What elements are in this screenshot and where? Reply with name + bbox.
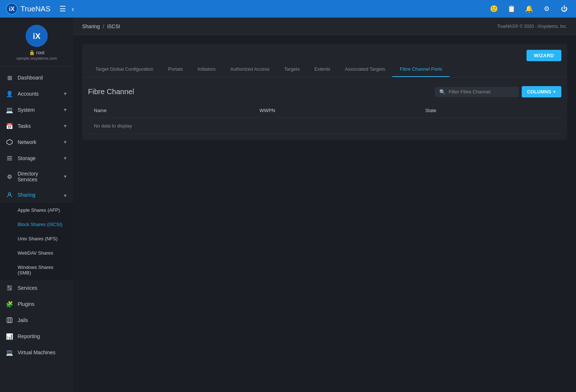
tab-label: Portals [168,66,183,72]
tab-label: Initiators [198,66,216,72]
sidebar-item-virtual-machines[interactable]: 💻 Virtual Machines [0,344,73,360]
topbar-actions: 🙂 📋 🔔 ⚙ ⏻ [488,3,570,15]
sidebar-item-label: Jails [18,317,67,323]
sidebar-item-storage[interactable]: Storage ▼ [0,150,73,166]
sidebar-item-directory-services[interactable]: ⚙ Directory Services ▼ [0,166,73,187]
settings-button[interactable]: ⚙ [541,3,553,15]
svg-rect-14 [7,318,12,323]
power-button[interactable]: ⏻ [558,3,570,15]
sidebar-item-sharing[interactable]: Sharing ▲ [0,187,73,203]
directory-services-icon: ⚙ [6,173,13,180]
feedback-icon: 🙂 [490,5,498,13]
menu-toggle-button[interactable]: ☰ [56,3,69,15]
reporting-icon: 📊 [6,333,13,340]
tab-label: Authorized Access [230,66,269,72]
tab-label: Targets [284,66,300,72]
sidebar-subitem-windows-shares[interactable]: Windows Shares (SMB) [0,260,73,280]
fibre-channel-table: Name WWPN State No data to display [88,103,561,134]
feedback-button[interactable]: 🙂 [488,3,500,15]
column-header-name: Name [88,103,254,118]
lock-icon: 🔒 [29,50,35,55]
breadcrumb-parent[interactable]: Sharing [82,23,100,29]
tasks-icon: 📅 [6,122,13,130]
wizard-button[interactable]: WIZARD [527,50,561,61]
sidebar-item-tasks[interactable]: 📅 Tasks ▼ [0,118,73,134]
sidebar-item-label: System [18,107,59,113]
tab-navigation: Target Global Configuration Portals Init… [82,61,567,77]
sidebar-item-label: Accounts [18,91,59,97]
chevron-down-icon: ▼ [63,123,67,129]
chevron-down-icon: ▼ [63,91,67,96]
dashboard-icon: ⊞ [6,74,13,81]
sidebar-item-system[interactable]: 💻 System ▼ [0,102,73,118]
sidebar-item-dashboard[interactable]: ⊞ Dashboard [0,70,73,86]
sharing-subnav: Apple Shares (AFP) Block Shares (iSCSI) … [0,203,73,280]
copyright-text: TrueNAS® © 2020 - iXsystems, Inc. [497,24,567,29]
sidebar-item-label: Plugins [18,301,67,307]
no-data-row: No data to display [88,118,561,134]
table-title: Fibre Channel [88,88,134,96]
search-input[interactable] [448,89,514,95]
columns-label: COLUMNS [527,89,551,95]
sidebar-subitem-unix-shares[interactable]: Unix Shares (NFS) [0,232,73,246]
topbar: iX TrueNAS ☰ ‹ 🙂 📋 🔔 ⚙ ⏻ [0,0,576,18]
notifications-button[interactable]: 🔔 [523,3,535,15]
sidebar-item-label: Reporting [18,333,67,339]
tab-initiators[interactable]: Initiators [190,61,223,77]
gear-icon: ⚙ [544,5,550,13]
tab-label: Fibre Channel Ports [400,66,442,72]
tab-portals[interactable]: Portals [161,61,190,77]
sidebar-item-label: Services [18,285,67,291]
sidebar-item-services[interactable]: Services [0,280,73,296]
table-header-row: Fibre Channel 🔍 COLUMNS ▼ [88,86,561,97]
columns-button[interactable]: COLUMNS ▼ [522,86,561,97]
breadcrumb: Sharing / iSCSI [82,23,120,29]
sidebar-subitem-apple-shares[interactable]: Apple Shares (AFP) [0,203,73,217]
table-controls: 🔍 COLUMNS ▼ [435,86,561,97]
sharing-icon [6,191,13,199]
user-profile: iX 🔒 root sample.ixsystems.com [0,18,73,67]
back-button[interactable]: ‹ [69,3,77,15]
sidebar-item-label: Sharing [18,192,59,198]
app-logo: iX TrueNAS [6,3,51,15]
system-icon: 💻 [6,106,13,114]
tab-associated-targets[interactable]: Associated Targets [338,61,393,77]
vm-icon: 💻 [6,349,13,356]
subnav-label: Apple Shares (AFP) [18,207,60,213]
sidebar-item-reporting[interactable]: 📊 Reporting [0,328,73,344]
content-area: Sharing / iSCSI TrueNAS® © 2020 - iXsyst… [73,18,576,392]
accounts-icon: 👤 [6,90,13,97]
sidebar-subitem-block-shares[interactable]: Block Shares (iSCSI) [0,217,73,232]
table-header-row: Name WWPN State [88,103,561,118]
tab-authorized-access[interactable]: Authorized Access [223,61,277,77]
sidebar-item-network[interactable]: Network ▼ [0,134,73,150]
hamburger-icon: ☰ [59,5,66,13]
tab-label: Extents [314,66,330,72]
svg-point-8 [8,193,11,195]
app-name: TrueNAS [21,5,51,13]
chevron-down-icon: ▼ [63,140,67,145]
sidebar-item-label: Storage [18,155,59,161]
sidebar-item-plugins[interactable]: 🧩 Plugins [0,296,73,312]
svg-marker-4 [7,140,12,145]
sidebar-nav: ⊞ Dashboard 👤 Accounts ▼ 💻 System ▼ 📅 Ta… [0,67,73,392]
tab-target-global-configuration[interactable]: Target Global Configuration [88,61,161,77]
username-text: root [36,50,44,55]
search-icon: 🔍 [439,89,445,95]
tab-fibre-channel-ports[interactable]: Fibre Channel Ports [392,61,450,77]
table-section: Fibre Channel 🔍 COLUMNS ▼ [82,77,567,140]
breadcrumb-current: iSCSI [107,23,120,29]
subnav-label: Block Shares (iSCSI) [18,222,62,227]
jails-icon [6,317,13,324]
sidebar-item-jails[interactable]: Jails [0,312,73,328]
tab-extents[interactable]: Extents [307,61,337,77]
content-main: WIZARD Target Global Configuration Porta… [73,35,576,392]
sidebar-item-accounts[interactable]: 👤 Accounts ▼ [0,86,73,102]
clipboard-button[interactable]: 📋 [506,3,517,15]
chevron-down-icon: ▼ [63,174,67,179]
avatar-icon: iX [26,25,48,47]
breadcrumb-bar: Sharing / iSCSI TrueNAS® © 2020 - iXsyst… [73,18,576,35]
tab-targets[interactable]: Targets [277,61,307,77]
chevron-down-icon: ▼ [63,156,67,161]
sidebar-subitem-webdav-shares[interactable]: WebDAV Shares [0,246,73,260]
